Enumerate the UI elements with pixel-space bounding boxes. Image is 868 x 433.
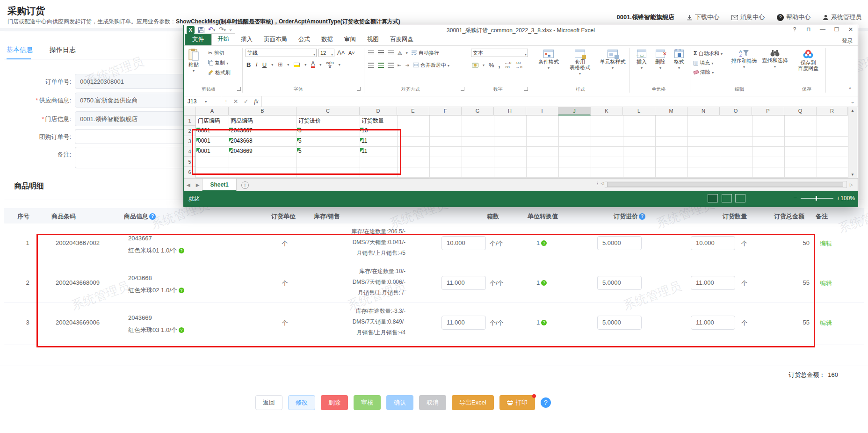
cell-B4[interactable]: 2043669 [229, 148, 297, 154]
row-header[interactable]: 6 [184, 167, 196, 178]
cell-C4[interactable]: 5 [297, 148, 360, 154]
scroll-down-icon[interactable]: ▼ [848, 173, 857, 177]
cell-name-box[interactable]: J13▾ [184, 96, 221, 107]
scroll-right-icon[interactable]: ▷ [850, 182, 853, 187]
price-input[interactable]: 5.0000 [597, 316, 642, 330]
select-all-corner[interactable] [184, 107, 196, 115]
formula-bar-expand-icon[interactable]: ⌄ [850, 98, 855, 105]
cell-C1[interactable]: 订货进价 [297, 117, 360, 125]
delete-cells-button[interactable]: ✕ 删除▾ [652, 50, 668, 71]
price-input[interactable]: 5.0000 [597, 276, 642, 290]
cell-B2[interactable]: 2043667 [229, 127, 297, 134]
scroll-up-icon[interactable]: ▲ [848, 108, 857, 113]
column-header[interactable]: K [591, 107, 623, 115]
column-header-selected[interactable]: J [558, 107, 591, 115]
info-help-icon[interactable]: ? [149, 213, 156, 220]
cut-button[interactable]: ✂ 剪切 [208, 50, 231, 57]
excel-login-link[interactable]: 登录 [842, 37, 853, 45]
tab-operation-log[interactable]: 操作日志 [50, 46, 76, 54]
formula-input[interactable] [261, 96, 847, 107]
next-sheet-icon[interactable]: ▶ [196, 182, 200, 188]
font-dialog-launcher[interactable] [357, 87, 361, 91]
decrease-indent-icon[interactable]: ⇤ [398, 63, 401, 68]
format-painter-button[interactable]: 格式刷 [208, 69, 231, 76]
page-break-view-icon[interactable] [735, 194, 745, 202]
clipboard-dialog-launcher[interactable] [237, 87, 241, 91]
box-count-input[interactable]: 11.000 [441, 276, 486, 290]
orientation-icon[interactable]: ⟁ [398, 50, 402, 56]
column-header[interactable]: E [397, 107, 429, 115]
insert-cells-button[interactable]: ←▭ 插入▾ [634, 50, 650, 71]
horizontal-scroll-thumb[interactable] [607, 182, 843, 187]
align-center-icon[interactable] [378, 63, 384, 68]
percent-icon[interactable]: % [489, 62, 494, 69]
tab-basic-info[interactable]: 基本信息 [7, 46, 33, 54]
cell-B3[interactable]: 2043668 [229, 137, 297, 144]
back-button[interactable]: 返回 [255, 395, 282, 410]
font-color-button[interactable]: A [311, 61, 315, 68]
user-menu[interactable]: 系统管理员 [823, 13, 861, 22]
row-header[interactable]: 2 [184, 126, 196, 136]
align-left-icon[interactable] [368, 63, 374, 68]
format-as-table-button[interactable]: 套用表格格式▾ [566, 50, 593, 77]
column-header[interactable]: Q [784, 107, 817, 115]
conv-info-icon[interactable]: ? [541, 320, 547, 325]
column-header[interactable]: P [752, 107, 784, 115]
qty-input[interactable]: 11.000 [691, 316, 735, 330]
tab-view[interactable]: 视图 [362, 34, 384, 45]
column-header[interactable]: C [297, 107, 360, 115]
box-count-input[interactable]: 10.000 [441, 236, 486, 250]
cell-D3[interactable]: 11 [360, 137, 397, 144]
increase-decimal-icon[interactable]: ←.0.00 [504, 61, 511, 69]
modify-button[interactable]: 修改 [288, 395, 315, 410]
column-header[interactable]: F [429, 107, 462, 115]
wrap-text-button[interactable]: 自动换行 [412, 50, 439, 57]
save-to-baidu-button[interactable]: 保存到百度网盘 [795, 50, 822, 71]
number-format-combobox[interactable]: 文本▾ [471, 49, 528, 57]
autosum-button[interactable]: Σ 自动求和 ▾ [694, 50, 723, 57]
horizontal-scrollbar[interactable] [605, 181, 847, 188]
zoom-slider[interactable] [801, 198, 833, 199]
cell-A2[interactable]: 0001 [196, 127, 229, 134]
export-excel-button[interactable]: 导出Excel [452, 395, 494, 410]
audit-button[interactable]: 审核 [354, 395, 381, 410]
underline-button[interactable]: U [262, 61, 267, 68]
zoom-level[interactable]: 100% [840, 195, 855, 202]
cell-B1[interactable]: 商品编码 [229, 117, 297, 125]
add-sheet-icon[interactable]: + [241, 181, 249, 189]
insert-function-icon[interactable]: fx [254, 98, 258, 105]
column-header[interactable]: L [623, 107, 655, 115]
row-header[interactable]: 5 [184, 157, 196, 167]
product-info-icon[interactable]: ? [179, 288, 184, 293]
zoom-in-icon[interactable]: + [836, 195, 840, 202]
box-count-input[interactable]: 11.000 [441, 316, 486, 330]
font-size-combobox[interactable]: 12▾ [318, 49, 334, 57]
edit-remark-link[interactable]: 编辑 [820, 239, 832, 248]
cell-styles-button[interactable]: 单元格样式▾ [598, 50, 627, 71]
borders-button[interactable]: ⊞ [278, 61, 282, 68]
conv-info-icon[interactable]: ? [541, 240, 547, 246]
increase-indent-icon[interactable]: ⇥ [405, 63, 409, 68]
product-info-icon[interactable]: ? [179, 327, 184, 333]
confirm-button[interactable]: 确认 [386, 395, 413, 410]
align-bottom-icon[interactable] [388, 51, 394, 56]
excel-titlebar[interactable]: X ↶▾ ↷▾ ▿ 30001_采购订货_common_2022_3_8.xls… [184, 25, 858, 35]
grow-font-button[interactable]: A˄ [337, 49, 345, 56]
spreadsheet-grid[interactable]: A B C D E F G H I J K L M N O P Q R 1 2 … [184, 107, 857, 178]
zoom-out-icon[interactable]: − [793, 195, 797, 202]
copy-button[interactable]: 复制 ▾ [208, 59, 231, 66]
collapse-ribbon-icon[interactable]: ˄ [849, 86, 851, 91]
close-icon[interactable]: ✕ [847, 26, 854, 33]
sort-filter-button[interactable]: AZ 排序和筛选▾ [730, 50, 758, 70]
price-input[interactable]: 5.0000 [597, 236, 642, 250]
cell-A4[interactable]: 0001 [196, 148, 229, 154]
price-help-icon[interactable]: ? [639, 213, 645, 220]
italic-button[interactable]: I [255, 61, 257, 68]
column-header[interactable]: I [526, 107, 558, 115]
tab-insert[interactable]: 插入 [235, 34, 258, 45]
align-middle-icon[interactable] [378, 51, 384, 56]
row-header[interactable]: 4 [184, 146, 196, 157]
tab-data[interactable]: 数据 [316, 34, 339, 45]
find-select-button[interactable]: 查找和选择▾ [761, 50, 789, 70]
tab-file[interactable]: 文件 [185, 34, 211, 45]
